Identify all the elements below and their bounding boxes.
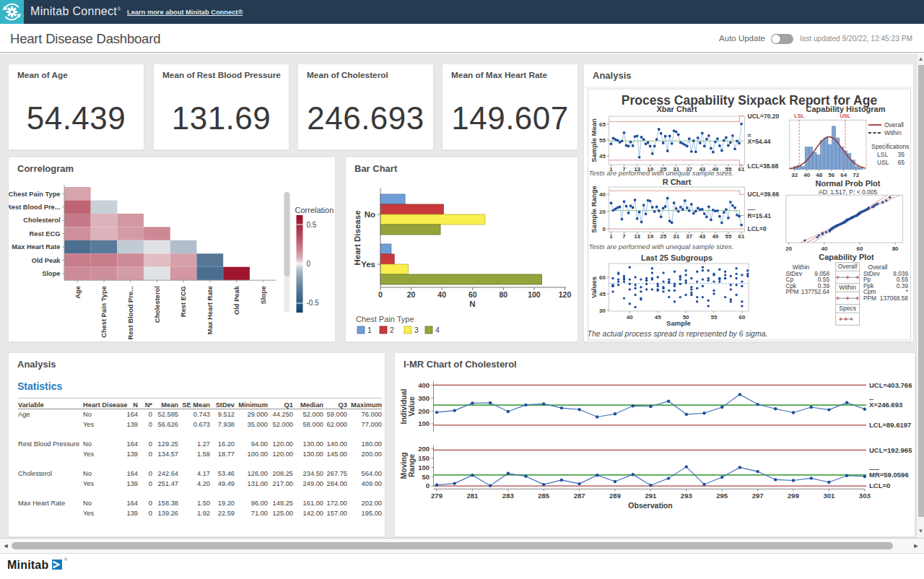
kpi-value: 54.439 xyxy=(9,100,144,136)
stats-cell: 35.000 xyxy=(235,419,268,430)
stats-cell: 0 xyxy=(138,469,152,479)
stats-cell: 409.00 xyxy=(347,479,382,489)
stats-cell: 200.00 xyxy=(347,449,382,459)
stats-cell: No xyxy=(83,469,118,479)
scroll-left-arrow-icon[interactable]: ◄ xyxy=(2,542,9,549)
svg-text:Tests are performed with unequ: Tests are performed with unequal sample … xyxy=(589,243,734,251)
stats-cell: 100.00 xyxy=(235,449,268,459)
svg-text:49: 49 xyxy=(712,233,718,240)
page-footer: Minitab ® xyxy=(0,553,924,579)
scroll-up-arrow-icon[interactable]: ▲ xyxy=(918,56,924,62)
svg-text:LCL=38.68: LCL=38.68 xyxy=(748,162,779,170)
svg-text:N: N xyxy=(469,300,475,308)
correlogram-heatmap[interactable]: Chest Pain TypeRest Blood Pre...Choleste… xyxy=(9,157,335,341)
svg-text:65: 65 xyxy=(898,159,905,166)
scroll-down-arrow-icon[interactable]: ▼ xyxy=(918,528,924,534)
stats-cell: 148.25 xyxy=(268,498,293,508)
stats-row: AgeNo164052.5850.7439.51229.00044.25052.… xyxy=(18,409,382,419)
horizontal-scrollbar[interactable]: ◄ ► xyxy=(0,538,924,553)
stats-cell: 202.00 xyxy=(347,498,382,508)
svg-text:100: 100 xyxy=(418,463,430,471)
stats-cell: 4.20 xyxy=(178,479,210,489)
auto-update-label: Auto Update xyxy=(719,34,765,43)
stats-col-header: SE Mean xyxy=(178,399,210,409)
kpi-card-mean-rest-blood-pressure: Mean of Rest Blood Pressure 131.69 xyxy=(153,64,289,150)
vertical-scrollbar[interactable]: ▲ ▼ xyxy=(916,53,924,538)
analysis-statistics-panel: Analysis Statistics VariableHeart Diseas… xyxy=(8,352,385,537)
stats-cell: 1.50 xyxy=(178,498,210,508)
scroll-right-arrow-icon[interactable]: ► xyxy=(912,542,920,549)
bar-chart[interactable]: NoYes020406080100120Heart DiseaseNChest … xyxy=(346,157,578,341)
vertical-scrollbar-thumb[interactable] xyxy=(918,65,924,517)
process-capability-sixpack-chart[interactable]: Process Capability Sixpack Report for Ag… xyxy=(584,64,913,341)
svg-text:AD: 1.517, P: < 0.005: AD: 1.517, P: < 0.005 xyxy=(819,188,878,196)
learn-more-link[interactable]: Learn more about Minitab Connect® xyxy=(127,9,243,16)
svg-text:Sample Mean: Sample Mean xyxy=(590,118,598,162)
svg-text:19: 19 xyxy=(647,233,653,240)
stats-cell: 564.00 xyxy=(347,469,382,479)
stats-cell: 59.000 xyxy=(323,409,347,419)
stats-cell: 251.47 xyxy=(152,479,178,489)
stats-cell: 0 xyxy=(138,419,152,430)
analysis-sixpack-panel: Analysis Process Capability Sixpack Repo… xyxy=(583,64,914,342)
stats-col-header: Mean xyxy=(152,399,178,409)
svg-text:Slope: Slope xyxy=(260,286,267,304)
last-updated-text: last updated 9/20/22, 12:45:23 PM xyxy=(800,35,912,43)
svg-text:Last 25 Subgroups: Last 25 Subgroups xyxy=(641,253,712,262)
kpi-value: 246.693 xyxy=(298,100,433,136)
imr-chart[interactable]: 400300200100UCL=403.766X=246.693LCL=89.6… xyxy=(395,353,915,536)
stats-cell: 161.00 xyxy=(293,498,323,508)
stats-cell: 9.512 xyxy=(210,409,235,419)
page-title: Heart Disease Dashboard xyxy=(10,31,160,47)
svg-text:13: 13 xyxy=(634,233,640,240)
svg-text:1: 1 xyxy=(609,233,613,240)
svg-text:LCL=89.6197: LCL=89.6197 xyxy=(869,421,911,429)
brand-registered-mark: ® xyxy=(117,6,121,12)
stats-cell: 29.000 xyxy=(235,409,268,419)
minitab-connect-logo[interactable] xyxy=(0,0,24,24)
svg-text:Value: Value xyxy=(407,396,416,417)
svg-text:Specs: Specs xyxy=(839,305,856,312)
svg-text:PPM: PPM xyxy=(786,288,799,295)
stats-spacer-row xyxy=(18,489,382,498)
stats-cell: 1.92 xyxy=(178,508,210,518)
svg-text:Old Peak: Old Peak xyxy=(233,285,240,315)
stats-cell: No xyxy=(83,498,118,508)
svg-text:Overall: Overall xyxy=(884,121,904,129)
svg-text:Yes: Yes xyxy=(361,260,375,269)
kpi-label: Mean of Max Heart Rate xyxy=(451,70,547,80)
stats-cell: 77.000 xyxy=(347,419,382,430)
kpi-card-mean-max-heart-rate: Mean of Max Heart Rate 149.607 xyxy=(442,64,578,150)
svg-text:35: 35 xyxy=(898,151,905,158)
svg-text:80: 80 xyxy=(499,290,507,299)
stats-cell: 0.673 xyxy=(178,419,210,430)
svg-text:PPM: PPM xyxy=(863,295,876,302)
svg-text:1: 1 xyxy=(367,326,372,334)
auto-update-toggle[interactable] xyxy=(771,34,793,44)
svg-text:0: 0 xyxy=(603,226,606,232)
horizontal-scrollbar-thumb[interactable] xyxy=(12,542,893,549)
kpi-label: Mean of Cholesterol xyxy=(307,70,388,80)
svg-text:2: 2 xyxy=(390,326,394,334)
stats-cell: 131.00 xyxy=(235,479,268,489)
svg-text:37: 37 xyxy=(686,233,692,240)
stats-cell: 62.000 xyxy=(323,419,347,430)
svg-text:UCL=39.66: UCL=39.66 xyxy=(748,191,780,198)
svg-text:0.5: 0.5 xyxy=(307,221,317,229)
svg-text:45: 45 xyxy=(599,291,606,297)
svg-text:Max Heart Rate: Max Heart Rate xyxy=(12,243,60,251)
svg-text:32: 32 xyxy=(791,172,798,178)
stats-cell: 139.26 xyxy=(152,508,178,518)
svg-text:50: 50 xyxy=(422,473,430,481)
svg-text:287: 287 xyxy=(574,492,585,500)
svg-text:USL: USL xyxy=(840,113,850,119)
svg-text:55: 55 xyxy=(711,314,718,321)
stats-cell: 120.00 xyxy=(268,449,293,459)
stats-cell: 18.77 xyxy=(210,449,235,459)
stats-cell: 139 xyxy=(118,449,138,459)
kpi-value: 149.607 xyxy=(443,100,578,136)
stats-cell xyxy=(18,449,83,459)
stats-col-header: Heart Disease xyxy=(83,399,118,409)
svg-text:65: 65 xyxy=(599,121,606,128)
svg-text:4: 4 xyxy=(435,326,440,334)
